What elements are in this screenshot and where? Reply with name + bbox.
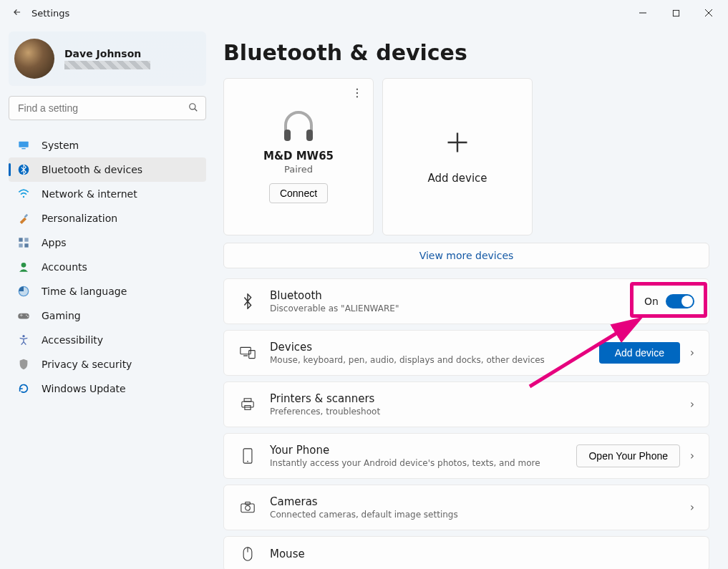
device-card[interactable]: ⋮ M&D MW65 Paired Connect xyxy=(223,78,374,235)
sidebar-item-privacy[interactable]: Privacy & security xyxy=(9,352,206,376)
search-input[interactable] xyxy=(16,102,188,115)
user-card[interactable]: Dave Johnson xyxy=(9,31,206,86)
clock-icon xyxy=(17,285,30,298)
printers-row-title: Printers & scanners xyxy=(270,392,677,405)
svg-point-7 xyxy=(23,196,24,198)
svg-point-17 xyxy=(26,314,27,316)
svg-point-13 xyxy=(21,263,26,268)
sidebar-item-system[interactable]: System xyxy=(9,133,206,157)
svg-rect-20 xyxy=(284,130,291,141)
device-name: M&D MW65 xyxy=(263,150,334,162)
search-icon xyxy=(188,102,198,115)
cameras-row-subtitle: Connected cameras, default image setting… xyxy=(270,510,677,520)
svg-point-2 xyxy=(190,103,195,109)
sidebar-item-label: Apps xyxy=(42,237,67,248)
camera-icon xyxy=(238,502,257,513)
bluetooth-toggle[interactable]: On xyxy=(644,294,694,308)
sidebar-item-label: Accounts xyxy=(42,261,87,273)
printers-row[interactable]: Printers & scanners Preferences, trouble… xyxy=(223,381,709,427)
headphones-icon xyxy=(281,111,316,142)
sidebar-item-gaming[interactable]: Gaming xyxy=(9,303,206,328)
titlebar: Settings xyxy=(0,0,728,26)
add-device-card[interactable]: Add device xyxy=(382,78,533,235)
svg-rect-23 xyxy=(243,355,248,356)
chevron-right-icon: › xyxy=(690,449,694,462)
svg-rect-8 xyxy=(24,214,29,218)
phone-icon xyxy=(238,448,257,464)
svg-rect-32 xyxy=(246,502,251,505)
maximize-button[interactable] xyxy=(659,0,692,26)
toggle-label: On xyxy=(644,296,659,307)
svg-point-18 xyxy=(27,316,29,317)
nav-list: System Bluetooth & devices Network & int… xyxy=(9,133,206,401)
sidebar-item-label: Privacy & security xyxy=(42,359,132,370)
sidebar-item-label: Network & internet xyxy=(42,188,137,200)
brush-icon xyxy=(17,212,30,225)
cameras-row-title: Cameras xyxy=(270,495,677,508)
mouse-row-title: Mouse xyxy=(270,548,694,560)
svg-rect-25 xyxy=(244,399,251,402)
wifi-icon xyxy=(17,188,30,200)
sidebar-item-update[interactable]: Windows Update xyxy=(9,376,206,401)
user-name: Dave Johnson xyxy=(64,48,150,59)
close-button[interactable] xyxy=(692,0,725,26)
update-icon xyxy=(17,382,30,395)
connect-button[interactable]: Connect xyxy=(269,183,328,203)
devices-row-subtitle: Mouse, keyboard, pen, audio, displays an… xyxy=(270,355,586,365)
sidebar-item-label: Windows Update xyxy=(42,383,126,394)
svg-rect-1 xyxy=(673,10,679,16)
a11y-icon xyxy=(17,334,30,346)
shield-icon xyxy=(17,358,30,371)
svg-rect-30 xyxy=(241,504,254,512)
svg-rect-26 xyxy=(242,402,253,407)
toggle-switch[interactable] xyxy=(666,294,694,308)
phone-row-subtitle: Instantly access your Android device's p… xyxy=(270,458,563,468)
phone-row[interactable]: Your Phone Instantly access your Android… xyxy=(223,433,709,479)
main-content: Bluetooth & devices ⋮ M&D MW65 Paired Co… xyxy=(215,26,728,569)
svg-rect-5 xyxy=(21,148,25,149)
add-device-button[interactable]: Add device xyxy=(599,342,680,364)
phone-row-title: Your Phone xyxy=(270,444,563,457)
devices-row-title: Devices xyxy=(270,341,586,354)
svg-rect-12 xyxy=(24,243,28,247)
sidebar-item-accounts[interactable]: Accounts xyxy=(9,255,206,279)
person-icon xyxy=(17,261,30,273)
printers-row-subtitle: Preferences, troubleshoot xyxy=(270,407,677,417)
chevron-right-icon: › xyxy=(690,501,694,514)
bluetooth-icon xyxy=(17,163,30,176)
minimize-button[interactable] xyxy=(626,0,659,26)
apps-icon xyxy=(17,236,30,249)
sidebar-item-label: Gaming xyxy=(42,310,81,321)
avatar xyxy=(14,39,54,79)
view-more-link[interactable]: View more devices xyxy=(223,243,709,268)
plus-icon xyxy=(445,130,470,162)
cameras-row[interactable]: Cameras Connected cameras, default image… xyxy=(223,485,709,530)
sidebar-item-network[interactable]: Network & internet xyxy=(9,182,206,206)
svg-rect-21 xyxy=(306,130,313,141)
mouse-icon xyxy=(238,547,257,561)
svg-rect-4 xyxy=(19,142,28,147)
search-box[interactable] xyxy=(9,96,206,120)
bluetooth-row-subtitle: Discoverable as "ALIENWARE" xyxy=(270,303,631,313)
open-phone-button[interactable]: Open Your Phone xyxy=(576,444,680,467)
device-status: Paired xyxy=(284,164,313,175)
devices-row[interactable]: Devices Mouse, keyboard, pen, audio, dis… xyxy=(223,330,709,376)
chevron-right-icon: › xyxy=(690,346,694,359)
sidebar-item-personalization[interactable]: Personalization xyxy=(9,206,206,230)
more-icon[interactable]: ⋮ xyxy=(351,86,363,99)
sidebar-item-time[interactable]: Time & language xyxy=(9,279,206,303)
back-button[interactable] xyxy=(3,6,31,20)
system-icon xyxy=(17,139,30,152)
sidebar-item-label: Personalization xyxy=(42,213,117,224)
svg-point-31 xyxy=(246,506,251,511)
sidebar-item-apps[interactable]: Apps xyxy=(9,230,206,255)
add-device-label: Add device xyxy=(427,172,487,185)
sidebar: Dave Johnson System Bluetooth & devic xyxy=(0,26,215,569)
window-title: Settings xyxy=(31,8,69,19)
sidebar-item-bluetooth[interactable]: Bluetooth & devices xyxy=(9,157,206,182)
mouse-row[interactable]: Mouse xyxy=(223,536,709,569)
devices-row-icon xyxy=(238,346,257,359)
sidebar-item-accessibility[interactable]: Accessibility xyxy=(9,328,206,352)
page-title: Bluetooth & devices xyxy=(223,40,709,65)
user-email-redacted xyxy=(64,61,150,69)
